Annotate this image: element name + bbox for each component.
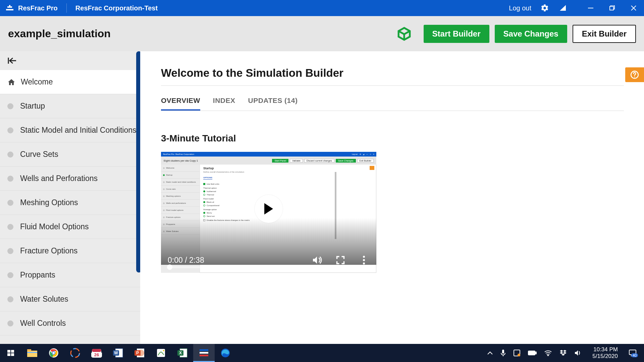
app-name: ResFrac Pro [18,4,58,12]
sidebar-item-proppants[interactable]: Proppants [0,263,140,287]
home-icon [7,78,15,86]
help-button[interactable] [625,67,644,82]
tray-battery-icon[interactable] [528,350,537,356]
taskbar-clock[interactable]: 10:34 PM 5/15/2020 [592,346,618,359]
section-heading: 3-Minute Tutorial [161,133,624,144]
system-tray: 10:34 PM 5/15/2020 40 [487,346,641,359]
status-dot-icon [7,127,13,133]
window-maximize-button[interactable] [608,4,616,12]
sidebar-item-label: Static Model and Initial Conditions [20,126,136,135]
app-logo-icon [6,5,14,11]
video-more-icon[interactable] [358,254,370,266]
tray-volume-icon[interactable] [574,350,582,356]
svg-rect-20 [11,353,14,356]
sidebar-item-label: Startup [20,102,45,111]
logout-link[interactable]: Log out [509,4,531,12]
taskbar-powerpoint[interactable]: P [129,344,150,362]
window-close-button[interactable] [629,4,638,12]
tab-overview[interactable]: OVERVIEW [161,97,200,111]
taskbar-edge[interactable] [215,344,236,362]
sidebar-item-curve-sets[interactable]: Curve Sets [0,142,140,167]
video-controls: 0:00 / 2:38 [161,249,376,273]
taskbar-excel[interactable]: X [172,344,193,362]
svg-rect-0 [6,9,13,10]
notification-count: 40 [631,353,638,357]
sidebar: Welcome Startup Static Model and Initial… [0,51,140,344]
tray-notifications-icon[interactable]: 40 [629,349,637,357]
tab-index[interactable]: INDEX [213,97,235,111]
svg-point-28 [70,348,80,358]
sidebar-item-fracture[interactable]: Fracture Options [0,239,140,263]
window-minimize-button[interactable] [586,4,595,12]
signal-icon[interactable] [558,3,568,13]
svg-rect-45 [200,349,208,351]
settings-gear-icon[interactable] [540,3,549,13]
svg-rect-55 [529,352,534,354]
tray-update-icon[interactable] [513,349,521,357]
exit-builder-button[interactable]: Exit Builder [573,25,636,43]
svg-marker-61 [561,354,565,356]
video-progress-bar[interactable] [168,266,370,268]
main-content: Welcome to the Simulation Builder OVERVI… [140,51,644,344]
collapse-sidebar-icon[interactable] [7,57,17,64]
status-dot-icon [7,248,13,254]
svg-rect-23 [27,352,37,353]
tab-strip: OVERVIEW INDEX UPDATES (14) [161,97,624,111]
sidebar-item-fluid-model[interactable]: Fluid Model Options [0,215,140,239]
svg-marker-59 [560,352,563,354]
calendar-day: 26 [91,353,102,358]
tray-mic-icon[interactable] [500,349,506,357]
sidebar-item-well-controls[interactable]: Well Controls [0,311,140,336]
titlebar-separator [66,3,67,13]
svg-rect-46 [200,352,208,354]
divider [161,85,624,86]
status-dot-icon [7,296,13,302]
svg-text:W: W [114,351,118,355]
taskbar-resfrac[interactable] [193,344,215,362]
status-dot-icon [7,200,13,206]
save-changes-button[interactable]: Save Changes [495,25,567,43]
taskbar-app-1[interactable] [64,344,86,362]
taskbar-file-explorer[interactable] [21,344,43,362]
svg-point-12 [363,256,365,258]
sidebar-item-label: Meshing Options [20,198,78,207]
taskbar-word[interactable]: W [107,344,129,362]
sidebar-item-label: Wells and Perforations [20,174,98,183]
svg-rect-19 [7,353,10,356]
sidebar-item-static-model[interactable]: Static Model and Initial Conditions [0,118,140,142]
svg-point-26 [53,352,55,354]
sidebar-item-label: Well Controls [20,319,66,328]
video-time: 0:00 / 2:38 [168,256,204,265]
svg-rect-21 [27,351,37,357]
tray-wifi-icon[interactable] [544,350,552,356]
sidebar-item-label: Proppants [20,270,55,280]
taskbar-app-2[interactable] [150,344,172,362]
sidebar-item-startup[interactable]: Startup [0,94,140,118]
svg-text:X: X [179,351,182,355]
video-fullscreen-icon[interactable] [335,254,346,266]
taskbar-calendar[interactable]: 26 [86,344,107,362]
svg-text:P: P [136,351,139,355]
divider [161,111,624,111]
taskbar-chrome[interactable] [43,344,64,362]
status-dot-icon [7,103,13,109]
cube-logo-icon [397,26,412,41]
tutorial-video[interactable]: ResFrac Pro ResFrac CorporationLog out⚙◢… [161,152,376,273]
svg-marker-11 [264,203,273,215]
sidebar-item-wells[interactable]: Wells and Perforations [0,167,140,191]
tab-updates[interactable]: UPDATES (14) [248,97,298,111]
start-menu-button[interactable] [0,344,21,362]
sidebar-item-water-solutes[interactable]: Water Solutes [0,287,140,311]
svg-marker-57 [560,350,563,352]
taskbar-time: 10:34 PM [592,346,618,353]
sidebar-item-welcome[interactable]: Welcome [0,70,140,94]
sidebar-item-meshing[interactable]: Meshing Options [0,191,140,215]
video-volume-icon[interactable] [311,254,323,266]
sidebar-item-label: Water Solutes [20,295,68,304]
tray-dropbox-icon[interactable] [559,350,567,356]
video-progress-knob[interactable] [167,264,172,270]
start-builder-button[interactable]: Start Builder [424,25,489,43]
video-play-button[interactable] [255,195,283,223]
svg-rect-54 [535,352,536,354]
tray-chevron-up-icon[interactable] [487,351,493,355]
